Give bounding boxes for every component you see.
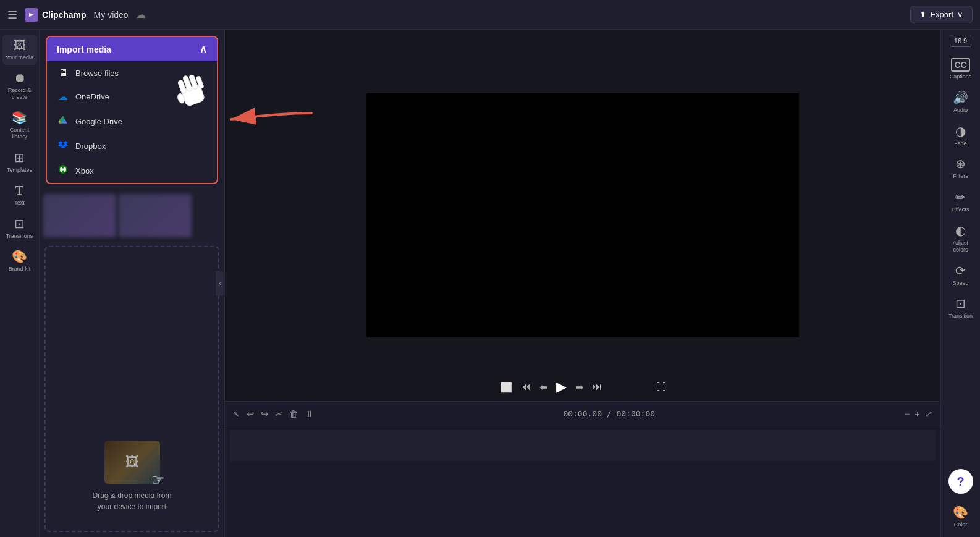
- rewind-button[interactable]: ⬅: [539, 381, 547, 393]
- help-icon: ?: [957, 475, 964, 489]
- timeline-zoom-controls: − + ⤢: [904, 408, 933, 420]
- import-google-drive[interactable]: ▲ Google Drive: [47, 109, 217, 133]
- sidebar-label-brand-kit: Brand kit: [9, 266, 31, 273]
- fullscreen-button[interactable]: ⛶: [656, 381, 666, 392]
- transition-icon: ⊡: [955, 296, 966, 311]
- drop-zone-text: Drag & drop media fromyour device to imp…: [92, 490, 171, 512]
- sidebar-item-color[interactable]: 🎨 Color: [944, 501, 978, 532]
- sidebar-label-transitions: Transitions: [6, 233, 33, 240]
- main-layout: 🖼 Your media ⏺ Record & create 📚 Content…: [0, 30, 980, 537]
- dropbox-label: Dropbox: [75, 142, 106, 151]
- sidebar-item-filters[interactable]: ⊛ Filters: [944, 153, 978, 184]
- effects-icon: ✏: [955, 190, 966, 205]
- sidebar-label-speed: Speed: [952, 280, 968, 287]
- video-canvas: [366, 93, 799, 337]
- caption-toggle-button[interactable]: ⬜: [500, 381, 512, 393]
- brand-kit-icon: 🎨: [12, 249, 27, 264]
- sidebar-item-audio[interactable]: 🔊 Audio: [944, 87, 978, 117]
- delete-button[interactable]: 🗑: [289, 408, 298, 419]
- sidebar-label-captions: Captions: [950, 74, 972, 80]
- zoom-in-button[interactable]: +: [915, 408, 920, 419]
- sidebar-item-transitions[interactable]: ⊡ Transitions: [2, 213, 37, 243]
- playback-controls: ⬜ ⏮ ⬅ ▶ ➡ ⏭ ⛶: [500, 379, 666, 395]
- drop-zone[interactable]: 🖼 ☞ Drag & drop media fromyour device to…: [44, 246, 219, 532]
- sidebar-item-text[interactable]: T Text: [2, 180, 37, 210]
- captions-icon: CC: [951, 58, 969, 72]
- media-thumb: [43, 194, 116, 237]
- onedrive-icon: ☁: [57, 91, 69, 103]
- import-chevron-icon: ∧: [200, 43, 207, 55]
- skip-forward-button[interactable]: ⏭: [592, 381, 602, 392]
- sidebar-item-speed[interactable]: ⟳ Speed: [944, 260, 978, 290]
- export-chevron-icon: ∨: [957, 10, 963, 19]
- sidebar-item-content-library[interactable]: 📚 Content library: [2, 106, 37, 144]
- filters-icon: ⊛: [955, 156, 966, 171]
- timeline-track-row[interactable]: [230, 430, 936, 461]
- right-sidebar: 16:9 CC Captions 🔊 Audio ◑ Fade ⊛ Filter…: [940, 30, 980, 537]
- import-dropbox[interactable]: Dropbox: [47, 133, 217, 158]
- import-browse-files[interactable]: 🖥 Browse files: [47, 61, 217, 85]
- project-title[interactable]: My video: [94, 10, 129, 20]
- skip-back-button[interactable]: ⏮: [521, 381, 531, 392]
- logo-icon: [25, 8, 38, 22]
- sidebar-item-adjust-colors[interactable]: ◐ Adjust colors: [944, 219, 978, 257]
- left-sidebar: 🖼 Your media ⏺ Record & create 📚 Content…: [0, 30, 40, 537]
- sidebar-label-templates: Templates: [7, 167, 32, 174]
- menu-icon[interactable]: ☰: [7, 8, 17, 22]
- sidebar-item-transition[interactable]: ⊡ Transition: [944, 292, 978, 323]
- sidebar-item-effects[interactable]: ✏ Effects: [944, 186, 978, 217]
- select-tool-button[interactable]: ↖: [232, 408, 240, 420]
- sidebar-label-record-create: Record & create: [5, 87, 35, 101]
- fit-zoom-button[interactable]: ⤢: [925, 408, 933, 420]
- media-panel: Import media ∧ 🖥 Browse files ☁ OneDrive: [40, 30, 225, 537]
- export-icon: ⬆: [919, 10, 926, 19]
- app-logo: Clipchamp: [25, 8, 87, 22]
- sidebar-item-record-create[interactable]: ⏺ Record & create: [2, 67, 37, 104]
- play-button[interactable]: ▶: [556, 379, 567, 395]
- undo-button[interactable]: ↩: [247, 408, 255, 420]
- sidebar-item-your-media[interactable]: 🖼 Your media: [2, 35, 37, 65]
- drop-thumbnail: 🖼 ☞: [104, 441, 160, 484]
- svg-text:▲: ▲: [61, 117, 66, 124]
- cut-button[interactable]: ✂: [275, 408, 283, 420]
- sidebar-label-audio: Audio: [953, 107, 968, 114]
- speed-icon: ⟳: [955, 263, 966, 278]
- import-dropdown: Import media ∧ 🖥 Browse files ☁ OneDrive: [46, 36, 218, 184]
- timeline-time-display: 00:00.00 / 00:00:00: [320, 409, 898, 418]
- sidebar-item-captions[interactable]: CC Captions: [944, 54, 978, 84]
- redo-button[interactable]: ↪: [261, 408, 269, 420]
- xbox-label: Xbox: [75, 166, 94, 175]
- sidebar-item-fade[interactable]: ◑ Fade: [944, 120, 978, 151]
- sidebar-item-templates[interactable]: ⊞ Templates: [2, 146, 37, 177]
- sidebar-item-brand-kit[interactable]: 🎨 Brand kit: [2, 245, 37, 276]
- import-onedrive[interactable]: ☁ OneDrive: [47, 85, 217, 109]
- export-button[interactable]: ⬆ Export ∨: [910, 6, 973, 23]
- image-placeholder-icon: 🖼: [125, 454, 139, 470]
- cursor-icon: ☞: [151, 471, 165, 489]
- color-icon: 🎨: [953, 505, 968, 520]
- sidebar-label-fade: Fade: [954, 140, 967, 147]
- panel-collapse-button[interactable]: ‹: [216, 271, 224, 296]
- google-drive-icon: ▲: [57, 115, 69, 127]
- timeline: ↖ ↩ ↪ ✂ 🗑 ⏸ 00:00.00 / 00:00:00 − + ⤢: [225, 401, 940, 537]
- adjust-colors-icon: ◐: [955, 223, 966, 238]
- media-thumbnails: [40, 190, 224, 241]
- zoom-out-button[interactable]: −: [904, 408, 910, 419]
- split-button[interactable]: ⏸: [305, 408, 314, 419]
- fast-forward-button[interactable]: ➡: [575, 381, 583, 393]
- aspect-ratio-button[interactable]: 16:9: [950, 35, 971, 47]
- dropbox-icon: [57, 140, 69, 152]
- timeline-track-area: [225, 426, 940, 537]
- help-button[interactable]: ?: [948, 469, 973, 494]
- audio-icon: 🔊: [953, 90, 968, 105]
- media-thumb: [119, 194, 192, 237]
- app-name: Clipchamp: [42, 10, 87, 20]
- onedrive-label: OneDrive: [75, 92, 109, 101]
- xbox-icon: [57, 164, 69, 177]
- timeline-toolbar: ↖ ↩ ↪ ✂ 🗑 ⏸ 00:00.00 / 00:00:00 − + ⤢: [225, 402, 940, 426]
- import-xbox[interactable]: Xbox: [47, 158, 217, 183]
- cloud-sync-icon: ☁: [136, 9, 146, 20]
- content-library-icon: 📚: [12, 110, 27, 125]
- transitions-icon: ⊡: [14, 216, 25, 231]
- import-media-button[interactable]: Import media ∧: [47, 37, 217, 61]
